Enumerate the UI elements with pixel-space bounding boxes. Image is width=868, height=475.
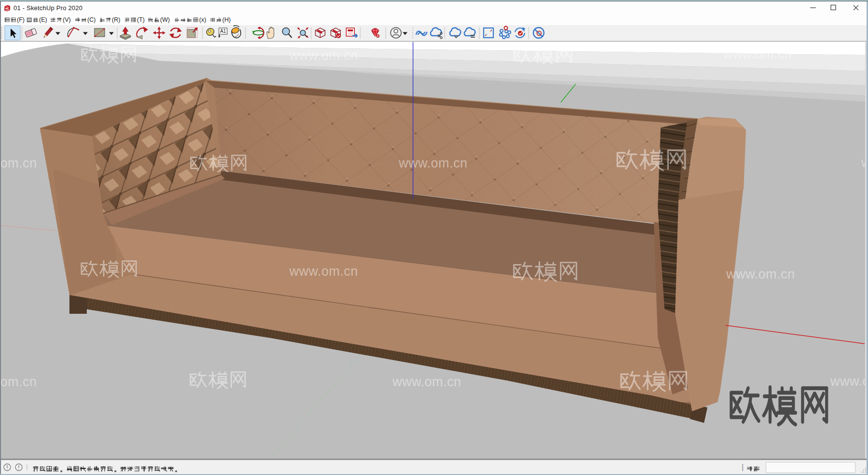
svg-text:www.om.cn: www.om.cn [830, 374, 868, 389]
svg-text:www.om.cn: www.om.cn [398, 156, 468, 170]
svg-text:www.om.cn: www.om.cn [0, 156, 37, 170]
svg-text:www.om.cn: www.om.cn [726, 267, 795, 281]
svg-text:A1: A1 [220, 28, 226, 34]
svg-text:www.om.cn: www.om.cn [723, 47, 792, 61]
svg-text:www.om.cn: www.om.cn [289, 48, 358, 63]
svg-text:www.om.cn: www.om.cn [0, 375, 37, 389]
svg-text:www.om.cn: www.om.cn [289, 264, 358, 279]
svg-text:www.om.cn: www.om.cn [392, 375, 461, 389]
